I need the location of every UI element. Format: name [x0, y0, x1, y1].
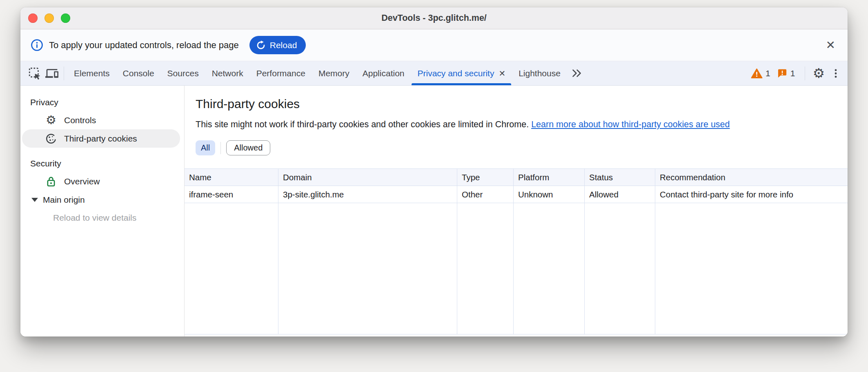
filter-all-button[interactable]: All: [196, 140, 215, 155]
tab-memory[interactable]: Memory: [312, 61, 356, 85]
filter-allowed-button[interactable]: Allowed: [226, 140, 270, 155]
empty-column: [185, 203, 278, 334]
info-icon: [31, 39, 43, 51]
infobar-message: To apply your updated controls, reload t…: [49, 40, 239, 51]
column-header-platform[interactable]: Platform: [514, 169, 585, 186]
tab-label: Memory: [318, 69, 349, 78]
third-party-cookies-view: Third-party cookies This site might not …: [185, 86, 848, 337]
empty-column: [514, 203, 585, 334]
reload-icon: [256, 40, 266, 51]
tab-label: Elements: [74, 69, 110, 78]
screen: DevTools - 3pc.glitch.me/ To apply your …: [0, 0, 868, 372]
issues-indicator[interactable]: 1: [777, 68, 795, 79]
inspect-element-icon[interactable]: [26, 64, 43, 82]
view-description: This site might not work if third-party …: [196, 118, 835, 131]
filter-separator: [220, 142, 221, 154]
toolbar-separator: [64, 66, 64, 80]
tab-label: Lighthouse: [519, 69, 561, 78]
cookies-table: Name Domain Type Platform Status Recomme…: [185, 168, 848, 337]
tab-network[interactable]: Network: [205, 61, 250, 85]
empty-column: [278, 203, 457, 334]
tab-label: Console: [123, 69, 154, 78]
description-text: This site might not work if third-party …: [196, 120, 531, 129]
chevron-down-icon[interactable]: [31, 198, 38, 202]
devtools-toolbar: Elements Console Sources Network Perform…: [20, 61, 848, 86]
cookie-icon: [45, 133, 57, 145]
titlebar: DevTools - 3pc.glitch.me/: [20, 7, 848, 29]
more-tabs-icon[interactable]: [571, 68, 582, 79]
view-header: Third-party cookies This site might not …: [185, 86, 848, 155]
tree-item-label: Main origin: [43, 195, 85, 205]
traffic-lights: [28, 7, 70, 29]
tab-performance[interactable]: Performance: [250, 61, 312, 85]
cell-type: Other: [457, 186, 514, 203]
sidebar-item-controls[interactable]: ⚙ Controls: [22, 111, 180, 129]
zoom-window-button[interactable]: [61, 13, 70, 23]
tab-console[interactable]: Console: [116, 61, 161, 85]
kebab-menu-icon[interactable]: [830, 67, 841, 80]
sidebar-section-security: Security: [30, 155, 184, 172]
warning-count: 1: [766, 69, 770, 78]
tab-application[interactable]: Application: [356, 61, 411, 85]
cell-platform: Unknown: [514, 186, 585, 203]
cell-domain: 3p-site.glitch.me: [278, 186, 457, 203]
reload-infobar: To apply your updated controls, reload t…: [20, 29, 848, 61]
table-row[interactable]: iframe-seen 3p-site.glitch.me Other Unkn…: [185, 186, 848, 203]
cell-name: iframe-seen: [185, 186, 278, 203]
tab-label: Privacy and security: [417, 69, 494, 78]
tab-lighthouse[interactable]: Lighthouse: [512, 61, 567, 85]
empty-column: [655, 203, 848, 334]
tab-privacy-and-security[interactable]: Privacy and security ✕: [411, 61, 512, 85]
cell-status: Allowed: [585, 186, 655, 203]
sidebar-tree-main-origin[interactable]: Main origin: [20, 190, 184, 209]
column-header-type[interactable]: Type: [457, 169, 514, 186]
close-window-button[interactable]: [28, 13, 38, 23]
table-empty-area: [185, 203, 848, 334]
devtools-window: DevTools - 3pc.glitch.me/ To apply your …: [20, 7, 848, 337]
page-title: Third-party cookies: [196, 96, 835, 112]
panel-content: Privacy ⚙ Controls: [20, 86, 848, 337]
reload-button-label: Reload: [270, 40, 297, 50]
sidebar-section-privacy: Privacy: [30, 94, 184, 111]
filter-bar: All Allowed: [196, 140, 835, 155]
tree-detail-text: Reload to view details: [20, 209, 184, 227]
tab-label: Sources: [167, 69, 199, 78]
tab-label: Application: [363, 69, 405, 78]
empty-column: [457, 203, 514, 334]
tab-label: Network: [212, 69, 243, 78]
settings-gear-icon[interactable]: ⚙: [812, 66, 825, 80]
gear-icon: ⚙: [45, 114, 57, 126]
warning-icon: [751, 68, 763, 79]
lock-icon: [45, 175, 57, 188]
sidebar-item-label: Overview: [64, 177, 100, 186]
tab-label: Performance: [256, 69, 305, 78]
sidebar-item-third-party-cookies[interactable]: Third-party cookies: [22, 129, 180, 148]
table-header-row: Name Domain Type Platform Status Recomme…: [185, 168, 848, 186]
sidebar-item-label: Third-party cookies: [64, 134, 137, 144]
tab-sources[interactable]: Sources: [161, 61, 205, 85]
learn-more-link[interactable]: Learn more about how third-party cookies…: [531, 120, 730, 129]
minimize-window-button[interactable]: [45, 13, 54, 23]
column-header-status[interactable]: Status: [585, 169, 655, 186]
column-header-name[interactable]: Name: [185, 169, 278, 186]
window-title: DevTools - 3pc.glitch.me/: [20, 13, 848, 23]
reload-button[interactable]: Reload: [249, 36, 306, 54]
warnings-indicator[interactable]: 1: [751, 68, 770, 79]
infobar-close-icon[interactable]: ✕: [826, 40, 835, 51]
cell-recommendation: Contact third-party site for more info: [655, 186, 848, 203]
toolbar-right-cluster: 1 1 ⚙: [751, 66, 848, 80]
empty-column: [585, 203, 655, 334]
sidebar-item-overview[interactable]: Overview: [22, 172, 180, 190]
sidebar-item-label: Controls: [64, 115, 96, 125]
column-header-recommendation[interactable]: Recommendation: [655, 169, 848, 186]
issue-icon: [777, 68, 788, 79]
toolbar-separator: [805, 66, 805, 80]
privacy-security-sidebar: Privacy ⚙ Controls: [20, 86, 185, 337]
tab-elements[interactable]: Elements: [67, 61, 116, 85]
column-header-domain[interactable]: Domain: [278, 169, 457, 186]
device-toolbar-icon[interactable]: [43, 64, 60, 82]
issue-count: 1: [790, 69, 795, 78]
tab-close-icon[interactable]: ✕: [499, 69, 505, 78]
